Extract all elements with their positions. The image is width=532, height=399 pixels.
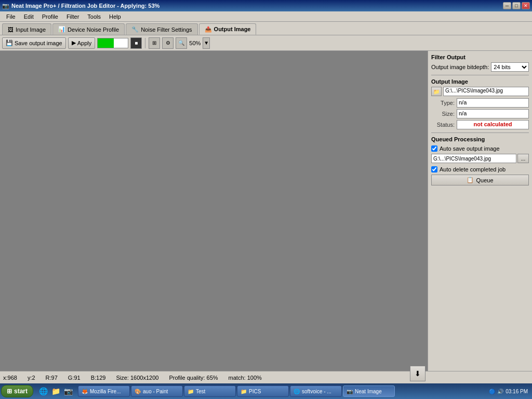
separator — [145, 38, 145, 48]
softvoice-label: softvoice - ... — [302, 389, 331, 394]
neat-image-label: Neat Image — [355, 389, 382, 394]
menu-profile[interactable]: Profile — [38, 12, 62, 21]
auto-delete-label: Auto delete completed job — [440, 166, 506, 172]
menu-file[interactable]: File — [2, 12, 20, 21]
queue-path-row: G:\...\PICS\Image043.jpg ... — [431, 154, 529, 163]
queue-button[interactable]: 📋 Queue — [431, 175, 529, 185]
apply-label: Apply — [77, 40, 92, 46]
taskbar-test[interactable]: 📁 Test — [184, 385, 236, 397]
apply-button[interactable]: ▶ Apply — [68, 37, 96, 49]
tab-noise-filter[interactable]: 🔧 Noise Filter Settings — [126, 23, 197, 35]
minimize-button[interactable]: ─ — [503, 2, 511, 9]
zoom-scroll[interactable]: ▼ — [203, 37, 210, 49]
firefox-icon: 🦊 — [82, 389, 88, 394]
output-path-row: 📁 G:\...\PICS\Image043.jpg — [431, 87, 529, 96]
save-output-button[interactable]: 💾 Save output image — [2, 37, 66, 49]
status-label: Status: — [431, 122, 455, 128]
stop-button[interactable]: ■ — [130, 37, 142, 49]
system-tray: 🔵 🔊 03:16 PM — [486, 383, 531, 399]
output-path-field[interactable]: G:\...\PICS\Image043.jpg — [443, 87, 529, 96]
quick-launch-neat[interactable]: 📷 — [62, 385, 74, 397]
status-row: Status: not calculated — [431, 120, 529, 129]
menubar: File Edit Profile Filter Tools Help — [0, 11, 532, 22]
bitdepth-label: Output image bitdepth: — [431, 64, 489, 70]
start-button[interactable]: ⊞ start — [1, 385, 33, 397]
type-row: Type: n/a — [431, 98, 529, 108]
image-canvas — [0, 51, 428, 371]
auto-delete-checkbox[interactable] — [431, 166, 437, 172]
title-text: Neat Image Pro+ / Filtration Job Editor … — [11, 3, 159, 9]
auto-save-label: Auto save output image — [440, 145, 500, 152]
size-row: Size: n/a — [431, 109, 529, 118]
start-label: start — [14, 388, 28, 395]
neat-image-icon: 📷 — [347, 389, 353, 394]
queue-icon: 📋 — [467, 177, 474, 183]
softvoice-icon: 🌐 — [294, 389, 300, 394]
divider-1 — [431, 75, 529, 75]
app-title: 📷 Neat Image Pro+ / Filtration Job Edito… — [2, 3, 159, 9]
right-panel: Filter Output Output image bitdepth: 8 b… — [428, 51, 532, 371]
taskbar-paint[interactable]: 🎨 auo - Paint — [131, 385, 183, 397]
maximize-button[interactable]: □ — [512, 2, 521, 9]
statusbar: x:968 y:2 R:97 G:91 B:129 Size: 1600x120… — [0, 371, 532, 383]
device-noise-tab-icon: 📊 — [58, 26, 65, 33]
queue-browse-button[interactable]: ... — [517, 154, 529, 163]
taskbar-softvoice[interactable]: 🌐 softvoice - ... — [290, 385, 342, 397]
menu-edit[interactable]: Edit — [20, 12, 38, 21]
titlebar: 📷 Neat Image Pro+ / Filtration Job Edito… — [0, 0, 532, 11]
tab-input-image[interactable]: 🖼 Input Image — [2, 23, 51, 35]
menu-filter[interactable]: Filter — [62, 12, 83, 21]
taskbar-neat-image[interactable]: 📷 Neat Image — [343, 385, 395, 397]
taskbar: ⊞ start 🌐 📁 📷 🦊 Mozilla Fire... 🎨 auo - … — [0, 383, 532, 399]
test-folder-icon: 📁 — [188, 389, 194, 394]
tab-input-label: Input Image — [16, 26, 46, 33]
size-label: Size: — [431, 111, 455, 117]
bitdepth-row: Output image bitdepth: 8 bits 16 bits 24… — [431, 62, 529, 72]
queue-label: Queue — [476, 177, 493, 183]
status-b: B:129 — [91, 375, 106, 381]
status-profile: Profile quality: 65% — [169, 375, 218, 381]
status-x: x:968 — [3, 375, 17, 381]
status-r: R:97 — [46, 375, 58, 381]
pics-folder-icon: 📁 — [241, 389, 247, 394]
status-g: G:91 — [68, 375, 81, 381]
bitdepth-select[interactable]: 8 bits 16 bits 24 bits 32 bits — [491, 62, 529, 72]
zoom-button[interactable]: 🔍 — [176, 37, 187, 49]
tab-output-image[interactable]: 📤 Output Image — [199, 23, 257, 35]
quick-launch-ie[interactable]: 🌐 — [37, 385, 49, 397]
auto-delete-row: Auto delete completed job — [431, 166, 529, 172]
filter-output-title: Filter Output — [431, 54, 529, 60]
browse-output-button[interactable]: 📁 — [431, 87, 442, 96]
close-button[interactable]: ✕ — [522, 2, 530, 9]
queued-processing-title: Queued Processing — [431, 136, 529, 142]
taskbar-firefox[interactable]: 🦊 Mozilla Fire... — [78, 385, 130, 397]
toolbar: 💾 Save output image ▶ Apply ■ ⊞ ⚙ 🔍 50% … — [0, 35, 532, 51]
settings-view-button[interactable]: ⚙ — [162, 37, 174, 49]
grid-view-button[interactable]: ⊞ — [149, 37, 160, 49]
speaker-icon: 🔊 — [497, 389, 503, 394]
tab-bar: 🖼 Input Image 📊 Device Noise Profile 🔧 N… — [0, 22, 532, 35]
bluetooth-icon: 🔵 — [489, 389, 495, 394]
type-label: Type: — [431, 100, 455, 106]
queue-path-input[interactable]: G:\...\PICS\Image043.jpg — [431, 154, 516, 163]
quick-launch-folder[interactable]: 📁 — [50, 385, 61, 397]
test-label: Test — [196, 389, 205, 394]
app-icon: 📷 — [2, 3, 9, 9]
tab-device-label: Device Noise Profile — [68, 26, 119, 33]
tab-device-noise[interactable]: 📊 Device Noise Profile — [52, 23, 125, 35]
main-content: Filter Output Output image bitdepth: 8 b… — [0, 51, 532, 371]
menu-tools[interactable]: Tools — [83, 12, 105, 21]
paint-icon: 🎨 — [135, 389, 141, 394]
taskbar-pics[interactable]: 📁 PICS — [237, 385, 289, 397]
save-icon: 💾 — [6, 39, 13, 46]
output-image-title: Output Image — [431, 78, 529, 85]
progress-fill — [98, 38, 114, 48]
tab-noise-label: Noise Filter Settings — [141, 26, 192, 33]
auto-save-checkbox[interactable] — [431, 145, 437, 152]
divider-2 — [431, 132, 529, 133]
download-button[interactable]: ⬇ — [410, 366, 425, 381]
menu-help[interactable]: Help — [105, 12, 125, 21]
size-value: n/a — [457, 109, 529, 118]
firefox-label: Mozilla Fire... — [90, 389, 121, 394]
zoom-level: 50% — [189, 40, 201, 46]
